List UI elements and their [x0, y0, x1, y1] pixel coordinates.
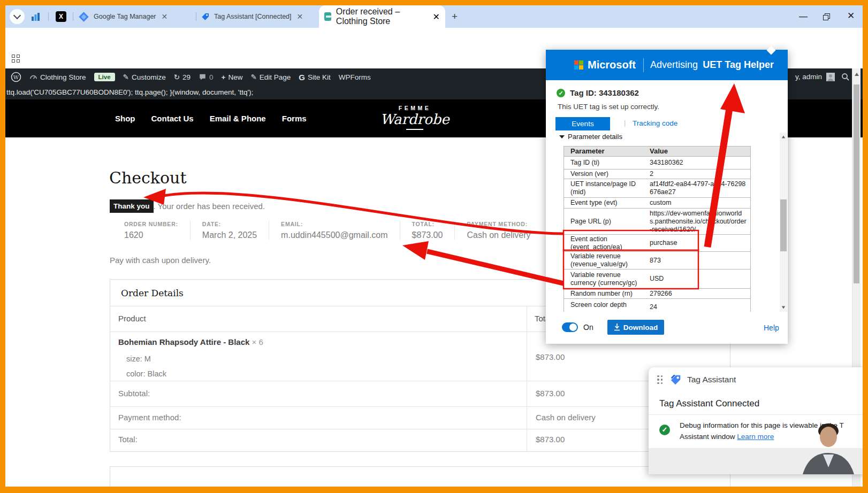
tab-separator [196, 12, 196, 21]
tab-events[interactable]: Events [555, 117, 610, 130]
popup-scroll-thumb[interactable] [780, 199, 787, 251]
param-row: Tag ID (ti)343180362 [564, 156, 750, 169]
scrollbar-thumb[interactable] [854, 84, 859, 283]
admin-bar-user[interactable]: y, admin [795, 73, 822, 81]
admin-search-icon[interactable] [841, 73, 850, 81]
restore-button[interactable] [823, 13, 830, 22]
site-kit-label: Site Kit [308, 73, 331, 81]
site-logo[interactable]: FEMME Wardrobe [380, 105, 450, 130]
summary-value: m.uddin445500@gmail.com [281, 230, 387, 240]
minimize-button[interactable]: — [799, 12, 808, 21]
close-window-button[interactable]: ✕ [847, 10, 855, 21]
new-tab-button[interactable]: + [452, 11, 458, 22]
parameter-details-label: Parameter details [568, 133, 622, 141]
admin-bar-site-kit[interactable]: G Site Kit [299, 73, 330, 82]
admin-bar-new[interactable]: + New [222, 73, 243, 81]
summary-value: March 2, 2025 [202, 230, 257, 240]
popup-scroll-up[interactable] [782, 136, 785, 138]
new-label: New [228, 73, 242, 81]
microsoft-logo-icon [574, 60, 583, 70]
row-label: Total: [118, 435, 138, 444]
pinned-tab-x[interactable]: X [56, 11, 66, 22]
nav-item-contact[interactable]: Contact Us [151, 114, 194, 123]
download-button[interactable]: Download [607, 320, 664, 335]
updates-count: 29 [182, 73, 191, 81]
tag-assistant-header[interactable]: Tag Assistant [649, 367, 863, 392]
close-tab-icon[interactable]: ✕ [297, 13, 303, 20]
tab-order-received-active[interactable]: Order received – Clothing Store ✕ [319, 5, 445, 28]
google-g-icon: G [299, 73, 305, 82]
summary-value: $873.00 [412, 230, 443, 240]
param-row: Screen color depth24 [564, 298, 750, 312]
header-divider [643, 58, 644, 72]
parameter-details-toggle[interactable]: Parameter details [559, 133, 622, 141]
green-check-icon: ✓ [659, 425, 670, 435]
uet-toggle-on[interactable] [562, 322, 578, 332]
tag-id-row: ✓ Tag ID: 343180362 [557, 88, 639, 97]
microsoft-ads-icon [31, 12, 40, 21]
x-logo-icon: X [59, 13, 63, 20]
tab-tracking-code[interactable]: Tracking code [633, 119, 677, 127]
total-row: Total: $873.00 [110, 429, 730, 451]
nav-item-email-phone[interactable]: Email & Phone [210, 114, 266, 123]
wpforms-label: WPForms [339, 73, 371, 81]
pencil-icon: ✎ [250, 73, 256, 81]
summary-label: PAYMENT METHOD: [467, 221, 530, 227]
nav-item-forms[interactable]: Forms [282, 114, 307, 123]
live-badge: Live [94, 73, 115, 81]
help-link[interactable]: Help [764, 323, 779, 332]
summary-label: ORDER NUMBER: [124, 221, 178, 227]
summary-date: DATE: March 2, 2025 [202, 221, 269, 240]
product-text: Advertising [650, 59, 698, 71]
pinned-tab-microsoft-ads[interactable] [31, 12, 40, 24]
admin-bar-comments[interactable]: 0 [199, 73, 214, 81]
item-total: $873.00 [536, 352, 565, 361]
apps-grid-icon[interactable] [12, 55, 20, 63]
site-name: Clothing Store [40, 73, 86, 81]
tab-tag-assistant[interactable]: Tag Assistant [Connected] ✕ [201, 9, 315, 24]
chevron-down-icon [13, 12, 21, 19]
wp-logo-menu[interactable]: W [11, 72, 21, 82]
assistant-window-text: Assistant window [680, 433, 735, 441]
scroll-up-arrow[interactable] [855, 73, 859, 76]
presenter-photo [797, 422, 857, 474]
param-row-revenue: Variable revenue (revenue_value/gv)873 [564, 251, 750, 269]
learn-more-link[interactable]: Learn more [737, 433, 774, 441]
parameter-table-scroll-area[interactable]: Parameter Value Tag ID (ti)343180362 Ver… [564, 142, 770, 312]
column-divider [527, 306, 527, 451]
col-parameter: Parameter [564, 147, 645, 156]
parameter-table: Parameter Value Tag ID (ti)343180362 Ver… [564, 146, 751, 312]
row-value: $873.00 [536, 389, 565, 398]
gtm-icon [79, 12, 88, 21]
tag-assistant-title: Tag Assistant [687, 375, 736, 384]
thank-you-line: Thank you . Your order has been received… [110, 199, 265, 213]
tab-google-tag-manager[interactable]: Google Tag Manager ✕ [80, 9, 194, 24]
popup-scrollbar[interactable] [780, 133, 787, 312]
uet-status-text: This UET tag is set up correctly. [558, 103, 659, 111]
payment-method-row: Payment method: Cash on delivery [110, 407, 730, 429]
updates-icon: ↻ [174, 73, 180, 81]
close-tab-icon[interactable]: ✕ [162, 13, 168, 20]
popup-scroll-down[interactable] [782, 306, 785, 309]
item-color: color: Black [126, 369, 166, 378]
drag-handle-icon[interactable] [657, 375, 663, 384]
download-label: Download [623, 323, 658, 332]
edit-page-label: Edit Page [260, 73, 291, 81]
tag-assistant-popup: Tag Assistant Tag Assistant Connected ✓ … [649, 367, 863, 474]
row-label: Subtotal: [118, 389, 150, 398]
plus-icon: + [222, 73, 226, 81]
svg-text:W: W [13, 74, 19, 80]
admin-bar-site-menu[interactable]: Clothing Store [29, 73, 86, 81]
admin-bar-customize[interactable]: ✎ Customize [123, 73, 166, 81]
browser-toolbar: ← → ↻ /checkout/order-received/1620/?key… [5, 28, 863, 50]
admin-bar-wpforms[interactable]: WPForms [339, 73, 371, 81]
tab-divider: | [624, 119, 626, 127]
admin-bar-edit-page[interactable]: ✎ Edit Page [250, 73, 291, 81]
tab-search-button[interactable] [10, 9, 25, 24]
tag-assistant-connected: Tag Assistant Connected [659, 398, 759, 409]
nav-item-shop[interactable]: Shop [115, 114, 135, 123]
close-tab-icon[interactable]: ✕ [433, 12, 440, 22]
logo-top-text: FEMME [380, 105, 450, 111]
brand-text: Microsoft [588, 59, 636, 71]
admin-bar-updates[interactable]: ↻ 29 [174, 73, 191, 81]
